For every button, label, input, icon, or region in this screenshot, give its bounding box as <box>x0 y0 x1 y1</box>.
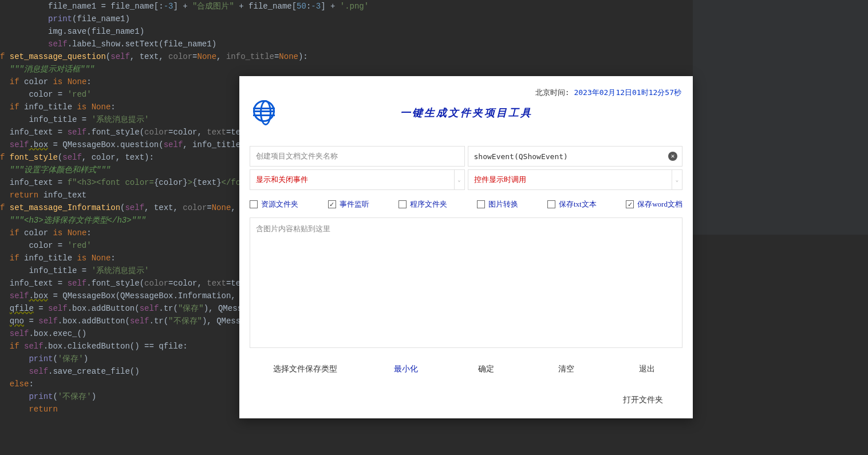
combo-event-category-value: 显示和关闭事件 <box>256 175 308 185</box>
textarea-placeholder: 含图片内容粘贴到这里 <box>256 224 330 233</box>
combo-event-description-value: 控件显示时调用 <box>474 175 526 185</box>
select-save-type-button[interactable]: 选择文件保存类型 <box>245 358 366 380</box>
clock-time: 2023年02月12日01时12分57秒 <box>574 88 681 97</box>
checkbox-3[interactable]: 图片转换 <box>477 199 518 209</box>
ok-button[interactable]: 确定 <box>446 358 526 380</box>
event-input-value: showEvent(QShowEvent) <box>474 152 568 161</box>
checkbox-box-icon: ✓ <box>328 200 336 208</box>
code-line: file_name1 = file_name[:-3] + "合成图片" + f… <box>0 0 693 13</box>
checkbox-box-icon <box>250 200 258 208</box>
code-line: print(file_name1) <box>0 13 693 25</box>
checkbox-label: 保存txt文本 <box>559 199 597 209</box>
checkbox-row: 资源文件夹✓事件监听程序文件夹图片转换保存txt文本✓保存word文档 <box>239 190 693 215</box>
checkbox-label: 保存word文档 <box>637 199 682 209</box>
clock-label: 北京时间: <box>535 88 574 97</box>
code-line: f set_massage_question(self, text, color… <box>0 50 693 63</box>
button-row-2: 打开文件夹 <box>239 380 693 411</box>
combo-event-category[interactable]: 显示和关闭事件 ⌄ <box>250 169 465 190</box>
code-line: img.save(file_name1) <box>0 25 693 38</box>
editor-right-gutter <box>693 0 868 235</box>
checkbox-box-icon <box>547 200 555 208</box>
code-line: """消息提示对话框""" <box>0 63 693 76</box>
dialog-header: 北京时间: 2023年02月12日01时12分57秒 一键生成文件夹项目工具 <box>239 76 693 117</box>
checkbox-box-icon <box>477 200 485 208</box>
checkbox-5[interactable]: ✓保存word文档 <box>626 199 682 209</box>
combo-event-description[interactable]: 控件显示时调用 ⌄ <box>468 169 683 190</box>
checkbox-2[interactable]: 程序文件夹 <box>399 199 447 209</box>
checkbox-label: 资源文件夹 <box>261 199 298 209</box>
checkbox-4[interactable]: 保存txt文本 <box>547 199 597 209</box>
clear-icon[interactable]: ✕ <box>668 152 677 161</box>
checkbox-label: 图片转换 <box>488 199 518 209</box>
project-name-placeholder: 创建项目文档文件夹名称 <box>256 151 338 161</box>
open-folder-button[interactable]: 打开文件夹 <box>598 389 687 411</box>
checkbox-label: 程序文件夹 <box>410 199 447 209</box>
checkbox-box-icon: ✓ <box>626 200 634 208</box>
dialog-title: 一键生成文件夹项目工具 <box>239 106 693 120</box>
chevron-down-icon: ⌄ <box>454 170 464 189</box>
checkbox-0[interactable]: 资源文件夹 <box>250 199 298 209</box>
project-name-input[interactable]: 创建项目文档文件夹名称 <box>250 146 465 167</box>
tool-dialog: 北京时间: 2023年02月12日01时12分57秒 一键生成文件夹项目工具 创… <box>239 76 693 418</box>
button-row-1: 选择文件保存类型 最小化 确定 清空 退出 <box>239 348 693 380</box>
checkbox-1[interactable]: ✓事件监听 <box>328 199 369 209</box>
code-line: self.label_show.setText(file_name1) <box>0 38 693 50</box>
checkbox-box-icon <box>399 200 407 208</box>
exit-button[interactable]: 退出 <box>607 358 687 380</box>
chevron-down-icon: ⌄ <box>672 170 682 189</box>
clock: 北京时间: 2023年02月12日01时12分57秒 <box>535 88 681 98</box>
content-textarea[interactable]: 含图片内容粘贴到这里 <box>250 217 682 348</box>
minimize-button[interactable]: 最小化 <box>366 358 446 380</box>
event-input[interactable]: showEvent(QShowEvent) ✕ <box>468 146 683 167</box>
clear-button[interactable]: 清空 <box>526 358 606 380</box>
checkbox-label: 事件监听 <box>340 199 369 209</box>
